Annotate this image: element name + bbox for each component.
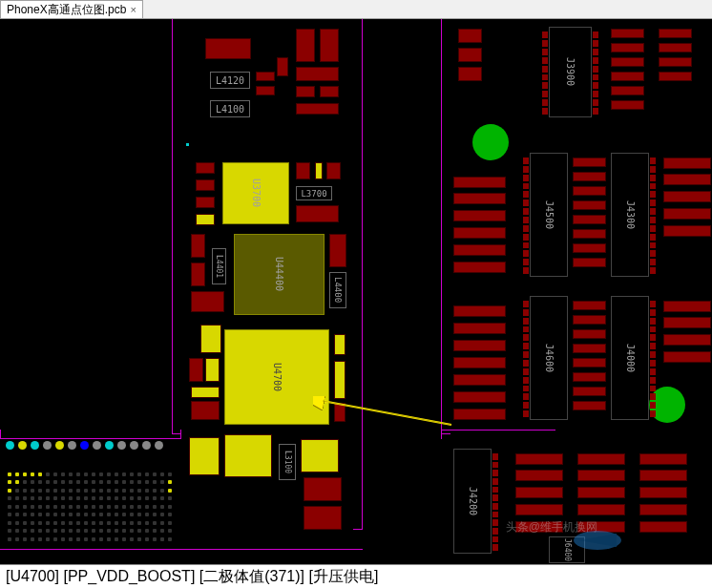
comp-cap[interactable] [639,521,687,533]
comp-cap[interactable] [663,158,711,169]
comp-cap[interactable] [453,210,506,221]
comp-cap[interactable] [277,57,288,76]
comp-cap[interactable] [663,225,711,237]
comp-cap[interactable] [663,317,711,328]
comp-cap[interactable] [659,72,692,81]
comp-cap[interactable] [196,214,215,225]
comp-cap[interactable] [659,29,692,38]
comp-cap[interactable] [453,262,506,273]
comp-J6400[interactable]: J6400 [549,536,585,563]
comp-cap[interactable] [189,358,203,382]
comp-cap[interactable] [577,521,625,533]
comp-cap[interactable] [329,234,346,267]
comp-cap[interactable] [453,193,506,204]
comp-cap[interactable] [191,291,224,312]
comp-cap[interactable] [453,391,506,403]
comp-cap[interactable] [577,470,625,481]
comp-cap[interactable] [191,387,220,398]
comp-cap[interactable] [639,470,687,481]
comp-L3100[interactable]: L3100 [279,444,296,480]
comp-cap[interactable] [296,205,339,222]
comp-cap[interactable] [200,325,221,353]
tab-document[interactable]: PhoneX高通点位图.pcb × [0,0,143,18]
comp-cap[interactable] [573,200,606,210]
comp-cap[interactable] [611,29,644,38]
comp-J4300[interactable]: J4300 [611,153,649,277]
comp-cap[interactable] [611,86,644,95]
tab-close-icon[interactable]: × [130,4,136,15]
comp-cap[interactable] [573,229,606,239]
comp-cap[interactable] [663,191,711,202]
comp-cap[interactable] [453,340,506,351]
comp-cap[interactable] [296,103,339,115]
comp-cap[interactable] [663,334,711,346]
comp-cap[interactable] [611,100,644,110]
comp-cap[interactable] [224,434,272,477]
comp-cap[interactable] [577,453,625,465]
comp-L4401[interactable]: L4401 [212,248,226,284]
comp-cap[interactable] [205,358,220,382]
comp-cap[interactable] [639,504,687,515]
comp-cap[interactable] [663,174,711,185]
comp-cap[interactable] [577,504,625,515]
comp-cap[interactable] [453,374,506,386]
comp-cap[interactable] [663,351,711,363]
comp-cap[interactable] [639,453,687,465]
comp-cap[interactable] [573,344,606,353]
comp-cap[interactable] [453,177,506,188]
comp-cap[interactable] [191,234,205,258]
comp-L4120[interactable]: L4120 [210,72,250,89]
comp-cap[interactable] [573,172,606,181]
comp-cap[interactable] [573,387,606,396]
comp-cap[interactable] [573,158,606,167]
comp-L4400[interactable]: L4400 [329,272,346,308]
comp-cap[interactable] [573,401,606,410]
comp-cap[interactable] [296,86,315,97]
comp-cap[interactable] [573,358,606,368]
pcb-viewport[interactable]: L4120 L4100 U3700 L3700 U44400 L4400 L44… [0,19,712,564]
comp-cap[interactable] [573,315,606,325]
comp-U4700[interactable]: U4700 [224,329,329,425]
comp-cap[interactable] [573,301,606,310]
comp-cap[interactable] [453,357,506,368]
comp-cap[interactable] [577,487,625,498]
comp-cap[interactable] [296,29,315,62]
comp-cap[interactable] [639,487,687,498]
comp-cap[interactable] [663,208,711,220]
comp-cap[interactable] [515,487,563,498]
comp-cap[interactable] [296,162,310,179]
comp-cap[interactable] [315,162,323,179]
comp-cap[interactable] [573,372,606,382]
comp-cap[interactable] [320,86,339,97]
comp-cap[interactable] [573,186,606,196]
comp-cap[interactable] [191,262,205,286]
comp-cap[interactable] [334,361,346,399]
comp-cap[interactable] [573,243,606,253]
comp-cap[interactable] [256,86,275,95]
comp-cap[interactable] [453,244,506,256]
comp-cap[interactable] [458,67,482,81]
comp-cap[interactable] [663,301,711,312]
comp-cap[interactable] [326,162,341,179]
comp-J3900[interactable]: J3900 [549,27,592,117]
comp-cap[interactable] [611,43,644,52]
comp-cap[interactable] [515,453,563,465]
comp-cap[interactable] [573,258,606,267]
comp-L3700[interactable]: L3700 [296,186,332,200]
comp-cap[interactable] [611,72,644,81]
comp-cap[interactable] [301,439,339,472]
comp-cap[interactable] [453,305,506,317]
comp-cap[interactable] [515,504,563,515]
comp-cap[interactable] [458,29,482,43]
comp-cap[interactable] [196,162,215,174]
comp-cap[interactable] [334,334,346,355]
comp-cap[interactable] [320,29,339,62]
comp-cap[interactable] [453,227,506,239]
comp-cap[interactable] [453,409,506,420]
comp-cap[interactable] [659,43,692,52]
comp-U3700[interactable]: U3700 [222,162,289,224]
comp-cap[interactable] [205,38,251,59]
comp-cap[interactable] [334,403,346,422]
comp-cap[interactable] [515,470,563,481]
comp-J4200[interactable]: J4200 [453,449,492,554]
